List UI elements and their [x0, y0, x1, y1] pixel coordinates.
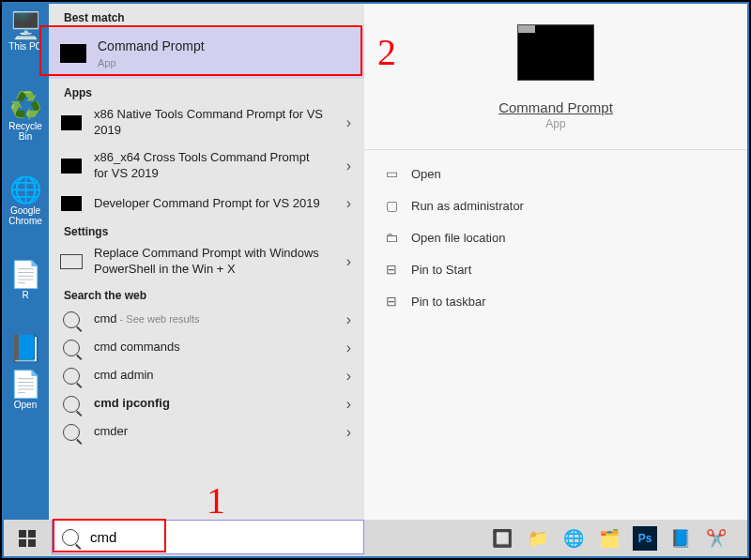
annotation-box-2 [39, 25, 362, 76]
web-result-cmder[interactable]: cmder › [49, 418, 364, 446]
pin-taskbar-icon: ⊟ [379, 293, 404, 310]
taskbar-app-snip[interactable]: ✂️ [704, 526, 728, 551]
desktop: 🖥️This PC ♻️Recycle Bin 🌐Google Chrome 📄… [2, 2, 49, 527]
app-result-developer-cmd[interactable]: Developer Command Prompt for VS 2019 › [49, 189, 364, 218]
taskbar-app-chrome[interactable]: 🌐 [561, 526, 586, 551]
detail-type: App [545, 117, 565, 130]
detail-title[interactable]: Command Prompt [498, 99, 613, 115]
app-result-x86-x64[interactable]: x86_x64 Cross Tools Command Prompt for V… [49, 146, 364, 186]
chevron-right-icon[interactable]: › [346, 253, 351, 270]
search-icon [58, 366, 84, 386]
search-icon [58, 422, 84, 443]
annotation-number-2: 2 [377, 30, 396, 74]
web-result-cmd-admin[interactable]: cmd admin › [49, 362, 364, 390]
cmd-icon [58, 113, 84, 133]
search-icon [58, 394, 84, 415]
annotation-box-1 [53, 519, 166, 552]
desktop-icon-recycle[interactable]: ♻️Recycle Bin [2, 89, 49, 142]
detail-panel: Command Prompt App ▭Open ▢Run as adminis… [364, 4, 747, 522]
open-icon: ▭ [379, 165, 404, 182]
chevron-right-icon[interactable]: › [346, 340, 351, 356]
settings-result-replace-cmd[interactable]: Replace Command Prompt with Windows Powe… [49, 242, 364, 281]
taskbar-app-4[interactable]: 🗂️ [597, 526, 621, 551]
web-result-cmd-ipconfig[interactable]: cmd ipconfig › [49, 390, 364, 418]
action-open-location[interactable]: 🗀Open file location [379, 221, 732, 253]
desktop-icon-chrome[interactable]: 🌐Google Chrome [2, 174, 49, 226]
separator [364, 149, 747, 150]
chevron-right-icon[interactable]: › [346, 311, 351, 328]
chevron-right-icon[interactable]: › [346, 195, 351, 212]
search-icon [58, 338, 84, 358]
settings-icon [58, 251, 84, 272]
chevron-right-icon[interactable]: › [346, 396, 351, 413]
action-pin-start[interactable]: ⊟Pin to Start [379, 253, 732, 285]
chevron-right-icon[interactable]: › [346, 424, 351, 441]
taskbar-app-1[interactable]: 🔲 [490, 526, 514, 551]
annotation-number-1: 1 [207, 478, 225, 522]
windows-logo-icon [19, 530, 36, 547]
cmd-large-icon [517, 24, 594, 81]
search-icon [58, 310, 84, 330]
desktop-icon-6[interactable]: 📘 [2, 332, 49, 364]
file-location-icon: 🗀 [379, 229, 404, 246]
web-result-cmd-commands[interactable]: cmd commands › [49, 334, 364, 362]
action-open[interactable]: ▭Open [379, 158, 732, 189]
chevron-right-icon[interactable]: › [346, 368, 351, 385]
start-button[interactable] [4, 520, 51, 556]
pin-start-icon: ⊟ [379, 261, 404, 278]
action-run-admin[interactable]: ▢Run as administrator [379, 189, 732, 221]
chevron-right-icon[interactable]: › [346, 158, 351, 174]
cmd-icon [58, 193, 84, 214]
apps-header: Apps [49, 79, 364, 103]
taskbar-app-explorer[interactable]: 📁 [526, 526, 550, 551]
desktop-icon-7[interactable]: 📄Open [2, 368, 49, 410]
action-pin-taskbar[interactable]: ⊟Pin to taskbar [379, 285, 732, 317]
web-header: Search the web [49, 281, 364, 306]
chevron-right-icon[interactable]: › [346, 114, 351, 131]
taskbar-app-6[interactable]: 📘 [668, 526, 693, 551]
search-results-panel: Best match Command Prompt App Apps x86 N… [49, 4, 364, 522]
cmd-icon [58, 156, 84, 176]
taskbar-app-ps[interactable]: Ps [633, 526, 657, 551]
settings-header: Settings [49, 218, 364, 242]
admin-icon: ▢ [379, 197, 404, 214]
web-result-cmd[interactable]: cmd - See web results › [49, 306, 364, 334]
desktop-icon-4[interactable]: 📄R [2, 258, 49, 300]
app-result-x86-native[interactable]: x86 Native Tools Command Prompt for VS 2… [49, 103, 364, 143]
